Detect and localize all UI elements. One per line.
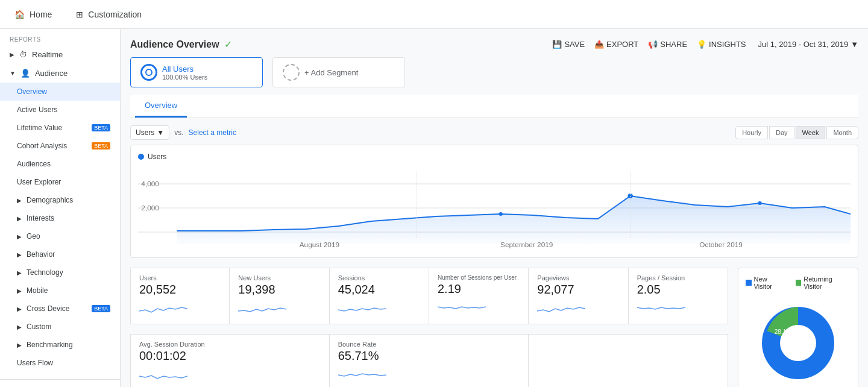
sidebar-item-cross-device[interactable]: ▶ Cross Device BETA bbox=[0, 300, 120, 318]
sidebar-item-custom[interactable]: ▶ Custom bbox=[0, 318, 120, 336]
sidebar-item-attribution[interactable]: ◈ Attribution BETA bbox=[0, 382, 120, 387]
stat-bounce-rate: Bounce Rate 65.71% bbox=[330, 334, 529, 387]
sidebar-item-mobile[interactable]: ▶ Mobile bbox=[0, 282, 120, 300]
stats-grid-row1: Users 20,552 New Users 19,398 bbox=[130, 268, 728, 324]
select-metric-link[interactable]: Select a metric bbox=[189, 128, 236, 137]
sidebar-item-demographics[interactable]: ▶ Demographics bbox=[0, 191, 120, 209]
segment-info: All Users 100.00% Users bbox=[162, 64, 207, 81]
pageviews-stat-label: Pageviews bbox=[537, 274, 619, 282]
pie-legend: New Visitor Returning Visitor bbox=[746, 275, 851, 290]
geo-label: Geo bbox=[27, 232, 110, 241]
svg-point-0 bbox=[146, 69, 152, 75]
add-segment-label: + Add Segment bbox=[304, 68, 358, 77]
interests-label: Interests bbox=[27, 214, 110, 222]
sidebar-item-behavior[interactable]: ▶ Behavior bbox=[0, 245, 120, 263]
behavior-label: Behavior bbox=[27, 250, 110, 259]
sidebar-item-users-flow[interactable]: Users Flow bbox=[0, 354, 120, 372]
grid-icon: ⊞ bbox=[76, 10, 83, 19]
sidebar-item-audiences[interactable]: Audiences bbox=[0, 155, 120, 173]
pps-stat-label: Pages / Session bbox=[637, 274, 719, 282]
insights-label: INSIGHTS bbox=[709, 40, 746, 49]
chevron-down-icon: ▼ bbox=[851, 40, 858, 49]
cross-device-label: Cross Device bbox=[27, 304, 84, 313]
users-stat-value: 20,552 bbox=[139, 283, 221, 297]
sidebar-item-geo[interactable]: ▶ Geo bbox=[0, 227, 120, 245]
nav-customization[interactable]: ⊞ Customization bbox=[71, 10, 146, 19]
month-btn[interactable]: Month bbox=[826, 126, 858, 139]
hourly-btn[interactable]: Hourly bbox=[735, 126, 768, 139]
sidebar-item-lifetime-value[interactable]: Lifetime Value BETA bbox=[0, 119, 120, 137]
metric-dropdown-value: Users bbox=[136, 128, 154, 137]
clock-icon: ⏱ bbox=[19, 50, 27, 59]
audience-label: Audience bbox=[35, 69, 110, 78]
chevron-right-interests: ▶ bbox=[17, 215, 22, 222]
nav-home[interactable]: 🏠 Home bbox=[10, 10, 57, 19]
insights-icon: 💡 bbox=[697, 40, 706, 49]
new-users-stat-value: 19,398 bbox=[238, 283, 320, 297]
svg-marker-6 bbox=[177, 196, 851, 244]
date-range-selector[interactable]: Jul 1, 2019 - Oct 31, 2019 ▼ bbox=[758, 40, 858, 49]
metric-dropdown[interactable]: Users ▼ bbox=[130, 125, 169, 140]
dropdown-arrow: ▼ bbox=[157, 128, 164, 137]
users-stat-label: Users bbox=[139, 274, 221, 282]
all-users-segment[interactable]: All Users 100.00% Users bbox=[130, 57, 263, 87]
chevron-right-benchmarking: ▶ bbox=[17, 342, 22, 348]
add-segment-card[interactable]: + Add Segment bbox=[272, 57, 405, 87]
vs-text: vs. bbox=[174, 128, 183, 137]
users-flow-label: Users Flow bbox=[17, 359, 110, 367]
content-area: Audience Overview ✓ 💾 SAVE 📤 EXPORT 📢 S bbox=[121, 29, 868, 387]
export-label: EXPORT bbox=[606, 40, 638, 49]
sidebar: REPORTS ▶ ⏱ Realtime ▼ 👤 Audience Overvi… bbox=[0, 29, 121, 387]
benchmarking-label: Benchmarking bbox=[27, 341, 110, 349]
tab-overview[interactable]: Overview bbox=[135, 95, 187, 118]
svg-text:2,000: 2,000 bbox=[141, 204, 159, 212]
sidebar-reports-section: REPORTS ▶ ⏱ Realtime ▼ 👤 Audience Overvi… bbox=[0, 29, 120, 377]
svg-point-9 bbox=[758, 201, 761, 205]
chevron-right-technology: ▶ bbox=[17, 269, 22, 276]
chevron-right-cross-device: ▶ bbox=[17, 306, 22, 312]
realtime-label: Realtime bbox=[32, 50, 110, 59]
pageviews-stat-value: 92,077 bbox=[537, 283, 619, 297]
tab-bar: Overview bbox=[130, 95, 858, 118]
sidebar-item-overview[interactable]: Overview bbox=[0, 83, 120, 101]
share-icon: 📢 bbox=[648, 40, 658, 49]
stats-grid-row2: Avg. Session Duration 00:01:02 Bounce Ra… bbox=[130, 334, 728, 387]
chart-container: Users 4,000 2,000 bbox=[130, 145, 858, 258]
day-btn[interactable]: Day bbox=[769, 126, 794, 139]
content-topbar: Audience Overview ✓ 💾 SAVE 📤 EXPORT 📢 S bbox=[130, 39, 858, 50]
active-users-label: Active Users bbox=[17, 105, 110, 114]
bounce-stat-label: Bounce Rate bbox=[338, 341, 520, 348]
chart-legend: Users bbox=[138, 153, 851, 161]
sidebar-item-realtime[interactable]: ▶ ⏱ Realtime bbox=[0, 45, 120, 64]
new-visitor-label: New Visitor bbox=[754, 275, 786, 290]
user-explorer-label: User Explorer bbox=[17, 178, 110, 186]
chart-svg: 4,000 2,000 bbox=[138, 166, 851, 250]
svg-point-8 bbox=[499, 212, 503, 216]
sessions-stat-value: 45,024 bbox=[338, 283, 420, 297]
share-label: SHARE bbox=[660, 40, 687, 49]
insights-button[interactable]: 💡 INSIGHTS bbox=[697, 40, 746, 49]
save-button[interactable]: 💾 SAVE bbox=[552, 40, 585, 49]
new-visitor-legend: New Visitor bbox=[746, 275, 786, 290]
save-label: SAVE bbox=[564, 40, 585, 49]
nav-customization-label: Customization bbox=[88, 10, 142, 19]
stat-avg-session: Avg. Session Duration 00:01:02 bbox=[130, 334, 330, 387]
spu-stat-value: 2.19 bbox=[438, 282, 520, 296]
new-users-stat-label: New Users bbox=[238, 274, 320, 282]
segment-circle-active bbox=[140, 64, 157, 81]
metric-selector: Users ▼ vs. Select a metric bbox=[130, 125, 236, 140]
stat-users: Users 20,552 bbox=[130, 268, 230, 324]
sidebar-item-benchmarking[interactable]: ▶ Benchmarking bbox=[0, 336, 120, 354]
sidebar-item-interests[interactable]: ▶ Interests bbox=[0, 209, 120, 227]
week-btn[interactable]: Week bbox=[796, 126, 826, 139]
export-button[interactable]: 📤 EXPORT bbox=[594, 40, 638, 49]
cohort-analysis-label: Cohort Analysis bbox=[17, 142, 84, 150]
sidebar-item-active-users[interactable]: Active Users bbox=[0, 101, 120, 119]
users-legend-label: Users bbox=[148, 153, 166, 161]
page-title: Audience Overview bbox=[130, 39, 219, 50]
sidebar-item-user-explorer[interactable]: User Explorer bbox=[0, 173, 120, 191]
sidebar-item-audience[interactable]: ▼ 👤 Audience bbox=[0, 64, 120, 83]
sidebar-item-cohort-analysis[interactable]: Cohort Analysis BETA bbox=[0, 137, 120, 155]
sidebar-item-technology[interactable]: ▶ Technology bbox=[0, 263, 120, 282]
share-button[interactable]: 📢 SHARE bbox=[648, 40, 687, 49]
